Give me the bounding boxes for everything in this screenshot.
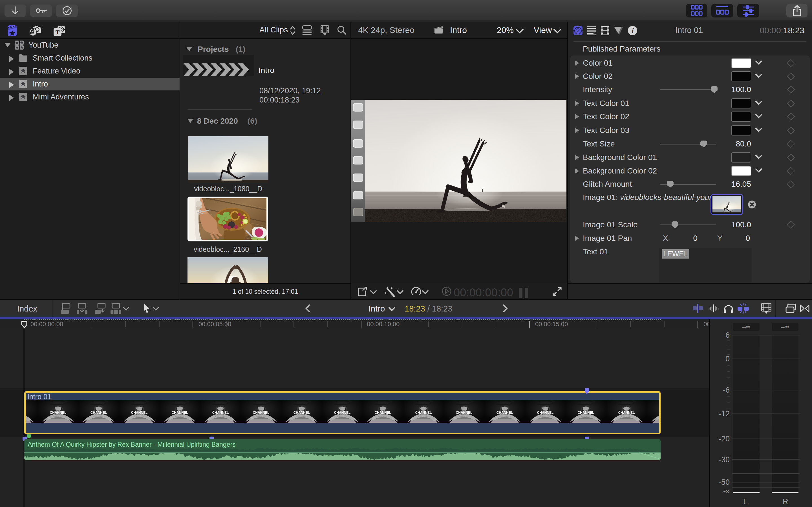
svg-text:i: i [631, 26, 634, 35]
svg-text:2: 2 [576, 27, 580, 35]
svg-text:T: T [56, 29, 60, 36]
